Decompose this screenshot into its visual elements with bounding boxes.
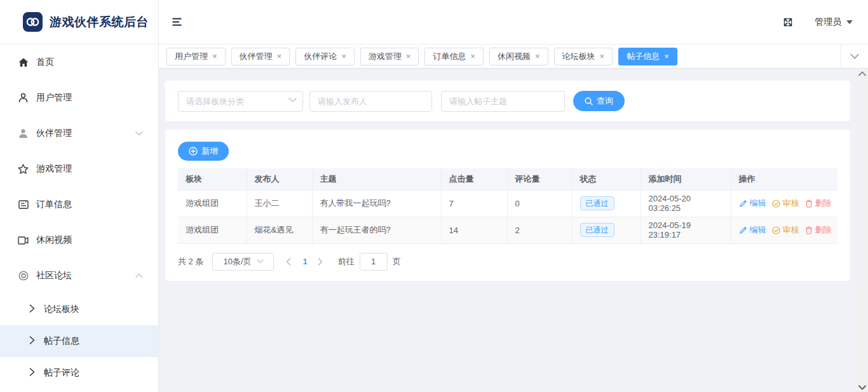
- sidebar-item-label: 游戏管理: [36, 163, 72, 175]
- close-icon[interactable]: ×: [600, 52, 605, 60]
- vertical-scrollbar[interactable]: [857, 69, 868, 392]
- home-icon: [18, 58, 29, 67]
- chevron-right-icon: [29, 336, 35, 346]
- audit-button[interactable]: 审核: [772, 224, 799, 236]
- delete-button[interactable]: 删除: [805, 198, 832, 209]
- tab-label: 休闲视频: [498, 51, 531, 62]
- user-name: 管理员: [815, 17, 841, 28]
- sidebar-item-community-forum[interactable]: 社区论坛: [0, 258, 158, 294]
- audit-label: 审核: [783, 198, 799, 209]
- tabs-bar: 用户管理× 伙伴管理× 伙伴评论× 游戏管理× 订单信息× 休闲视频× 论坛板块…: [159, 44, 868, 69]
- sidebar-item-game-management[interactable]: 游戏管理: [0, 151, 158, 187]
- tabs-dropdown-button[interactable]: [840, 44, 868, 68]
- sidebar-item-partner-management[interactable]: 伙伴管理: [0, 116, 158, 151]
- sidebar-item-home[interactable]: 首页: [0, 44, 158, 80]
- prev-page-button[interactable]: [286, 258, 291, 266]
- sidebar-item-leisure-video[interactable]: 休闲视频: [0, 222, 158, 258]
- next-page-button[interactable]: [318, 258, 323, 266]
- col-topic: 主题: [312, 168, 441, 190]
- table-row: 游戏组团 烟花&遇见 有一起玩王者的吗? 14 2 已通过 2024-05-19…: [178, 217, 837, 243]
- goto-label: 前往: [338, 256, 355, 267]
- tab-leisure-video[interactable]: 休闲视频×: [489, 48, 548, 65]
- tab-game-management[interactable]: 游戏管理×: [360, 48, 419, 65]
- chevron-up-icon: [135, 273, 143, 278]
- tab-user-management[interactable]: 用户管理×: [166, 48, 226, 65]
- video-icon: [18, 236, 29, 245]
- pagination: 共 2 条 10条/页 1 前往 页: [178, 253, 837, 271]
- tab-forum-boards[interactable]: 论坛板块×: [554, 48, 613, 65]
- sidebar-subitem-label: 论坛板块: [44, 304, 79, 315]
- topic-input[interactable]: [441, 91, 565, 112]
- close-icon[interactable]: ×: [212, 52, 217, 60]
- delete-button[interactable]: 删除: [805, 224, 832, 236]
- scroll-down-icon[interactable]: [858, 385, 866, 390]
- sidebar-subitem-post-info[interactable]: 帖子信息: [0, 325, 158, 357]
- trash-icon: [805, 226, 813, 234]
- sidebar-fold-icon[interactable]: [172, 18, 182, 26]
- content-area: 查询 新增 板块: [159, 69, 868, 392]
- close-icon[interactable]: ×: [341, 52, 346, 60]
- table-panel: 新增 板块 发布人 主题 点击量 评论量 状态: [165, 130, 850, 281]
- sidebar-subitem-label: 帖子信息: [44, 335, 79, 347]
- header-right: 管理员: [783, 17, 853, 28]
- tab-label: 游戏管理: [369, 51, 402, 62]
- col-time: 添加时间: [641, 168, 731, 190]
- delete-label: 删除: [815, 198, 832, 209]
- tab-partner-management[interactable]: 伙伴管理×: [231, 48, 290, 65]
- cell-topic: 有一起玩王者的吗?: [312, 217, 441, 243]
- cell-comments: 0: [507, 190, 572, 217]
- tab-partner-comments[interactable]: 伙伴评论×: [295, 48, 355, 65]
- sidebar-item-label: 订单信息: [36, 199, 72, 210]
- scroll-up-icon[interactable]: [858, 71, 866, 76]
- cell-publisher: 烟花&遇见: [247, 217, 312, 243]
- chevron-down-icon: [257, 259, 264, 264]
- sidebar: 游戏伙伴系统后台 首页 用户管理 伙伴管理: [0, 0, 159, 392]
- table-row: 游戏组团 王小二 有人带我一起玩吗? 7 0 已通过 2024-05-20 03…: [178, 190, 837, 217]
- sidebar-item-label: 伙伴管理: [36, 128, 72, 139]
- close-icon[interactable]: ×: [664, 52, 669, 60]
- tab-post-info[interactable]: 帖子信息×: [618, 48, 677, 65]
- edit-label: 编辑: [750, 224, 766, 236]
- cell-board: 游戏组团: [178, 217, 247, 243]
- goto-page-input[interactable]: [360, 253, 388, 271]
- sidebar-item-order-info[interactable]: 订单信息: [0, 187, 158, 222]
- board-category-select-input[interactable]: [178, 91, 303, 112]
- sidebar-item-label: 社区论坛: [36, 270, 72, 281]
- edit-button[interactable]: 编辑: [739, 198, 766, 209]
- delete-label: 删除: [815, 224, 832, 236]
- cell-status: 已通过: [572, 190, 641, 217]
- close-icon[interactable]: ×: [535, 52, 540, 60]
- page-size-select[interactable]: 10条/页: [212, 253, 274, 271]
- col-comments: 评论量: [507, 168, 572, 190]
- page-size-value: 10条/页: [223, 256, 251, 267]
- caret-down-icon: [846, 20, 853, 24]
- circle-check-icon: [772, 226, 780, 234]
- page-number-1[interactable]: 1: [302, 257, 307, 266]
- cell-clicks: 14: [441, 217, 507, 243]
- col-publisher: 发布人: [247, 168, 312, 190]
- publisher-input[interactable]: [309, 91, 432, 112]
- chevron-down-icon: [135, 131, 143, 136]
- sidebar-item-label: 休闲视频: [36, 234, 72, 246]
- trash-icon: [805, 199, 813, 208]
- search-panel: 查询: [165, 81, 850, 121]
- sidebar-item-user-management[interactable]: 用户管理: [0, 80, 158, 116]
- edit-button[interactable]: 编辑: [739, 224, 766, 236]
- sidebar-subitem-post-comments[interactable]: 帖子评论: [0, 357, 158, 389]
- edit-pencil-icon: [739, 226, 747, 234]
- add-button-label: 新增: [201, 145, 218, 157]
- sidebar-item-label: 用户管理: [36, 92, 72, 104]
- search-button[interactable]: 查询: [573, 91, 625, 111]
- add-button[interactable]: 新增: [178, 142, 229, 161]
- close-icon[interactable]: ×: [406, 52, 411, 60]
- user-menu[interactable]: 管理员: [815, 17, 853, 28]
- sidebar-item-label: 首页: [36, 57, 54, 68]
- audit-button[interactable]: 审核: [772, 198, 799, 209]
- fullscreen-icon[interactable]: [783, 17, 793, 27]
- board-category-select[interactable]: [178, 91, 303, 112]
- sidebar-subitem-forum-boards[interactable]: 论坛板块: [0, 294, 158, 325]
- tab-order-info[interactable]: 订单信息×: [424, 48, 484, 65]
- close-icon[interactable]: ×: [470, 52, 475, 60]
- app-root: 游戏伙伴系统后台 首页 用户管理 伙伴管理: [0, 0, 868, 392]
- close-icon[interactable]: ×: [277, 52, 282, 60]
